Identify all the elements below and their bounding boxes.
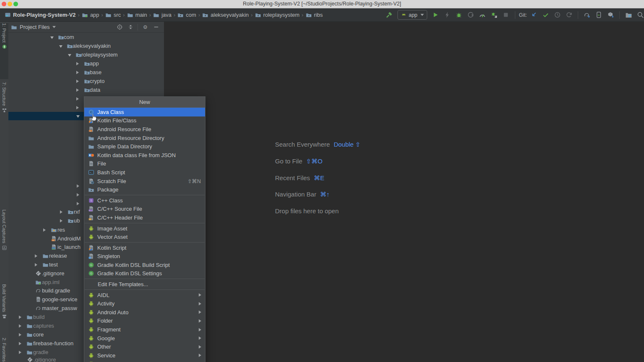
collapse-arrow-icon[interactable] <box>50 36 54 39</box>
menu-item-c-c-source-file[interactable]: C++C/C++ Source File <box>84 205 205 214</box>
lightning-button[interactable] <box>443 11 452 19</box>
menu-item-other[interactable]: Other <box>84 342 205 351</box>
git-commit-button[interactable] <box>541 11 550 19</box>
menu-item-folder[interactable]: Folder <box>84 317 205 326</box>
attach-button[interactable] <box>490 11 499 19</box>
expand-arrow-icon[interactable] <box>76 106 79 109</box>
tool-window-tab-2-favorites[interactable]: 2: Favorites <box>0 338 8 362</box>
chevron-down-icon[interactable] <box>52 26 56 28</box>
expand-arrow-icon[interactable] <box>43 228 46 232</box>
menu-item-vector-asset[interactable]: Vector Asset <box>84 233 205 241</box>
breadcrumb-item-com[interactable]: com <box>176 12 197 18</box>
breadcrumb-item-java[interactable]: java <box>152 12 173 18</box>
menu-item-kotlin-data-class-file-from-json[interactable]: KKotlin data class File from JSON <box>84 151 205 160</box>
menu-item-android-resource-file[interactable]: <>Android Resource File <box>84 125 205 134</box>
expand-arrow-icon[interactable] <box>19 351 21 354</box>
tree-row-data[interactable]: data <box>8 86 164 94</box>
expand-arrow-icon[interactable] <box>76 71 79 74</box>
tree-row-alekseyvalyakin[interactable]: alekseyvalyakin <box>8 42 164 50</box>
tool-window-tab-1-project[interactable]: 1: Project <box>0 23 8 79</box>
expand-arrow-icon[interactable] <box>76 80 79 83</box>
menu-item-shortcut: ⇧⌘N <box>187 178 201 184</box>
tool-window-tab-7-structure[interactable]: 7: Structure <box>0 82 8 129</box>
expand-arrow-icon[interactable] <box>77 184 79 188</box>
tool-window-tab-layout-captures[interactable]: Layout Captures <box>0 209 8 280</box>
menu-item-android-resource-directory[interactable]: Android Resource Directory <box>84 134 205 142</box>
project-structure-button[interactable] <box>624 11 633 19</box>
menu-item-aidl[interactable]: AIDL <box>84 291 205 300</box>
profiler-button[interactable] <box>478 11 487 19</box>
menu-item-sample-data-directory[interactable]: Sample Data Directory <box>84 142 205 151</box>
tree-item-label: gradle <box>33 348 48 357</box>
breadcrumb-item-alekseyvalyakin[interactable]: alekseyvalyakin <box>201 12 250 18</box>
expand-arrow-icon[interactable] <box>19 333 21 336</box>
run-configuration-select[interactable]: app <box>397 10 427 20</box>
menu-item-file[interactable]: File <box>84 160 205 168</box>
breadcrumb-item-main[interactable]: main <box>126 12 148 18</box>
menu-item-ui-component[interactable]: UI Component <box>84 360 205 362</box>
hammer-button[interactable] <box>385 11 393 19</box>
expand-arrow-icon[interactable] <box>60 219 62 222</box>
git-history-button[interactable] <box>553 11 561 19</box>
tree-row-roleplaysystem[interactable]: roleplaysystem <box>8 51 164 59</box>
breadcrumb-item-roleplaysystem[interactable]: roleplaysystem <box>254 12 301 18</box>
menu-item-package[interactable]: Package <box>84 185 205 194</box>
menu-item-gradle-kotlin-dsl-settings[interactable]: GGradle Kotlin DSL Settings <box>84 269 205 278</box>
tree-row-app[interactable]: app <box>8 59 164 68</box>
menu-item-kotlin-script[interactable]: Kotlin Script <box>84 243 205 252</box>
menu-item-service[interactable]: Service <box>84 351 205 360</box>
run-button[interactable] <box>431 11 440 19</box>
gradle-sync-button[interactable] <box>583 11 591 19</box>
expand-arrow-icon[interactable] <box>76 97 79 101</box>
menu-item-fragment[interactable]: Fragment <box>84 325 205 334</box>
git-revert-button[interactable] <box>565 11 573 19</box>
breadcrumb-item-src[interactable]: src <box>104 12 122 18</box>
breadcrumb-item-ribs[interactable]: ribs <box>304 12 324 18</box>
git-update-button[interactable] <box>530 11 538 19</box>
collapse-arrow-icon[interactable] <box>59 45 62 48</box>
tool-window-tab-build-variants[interactable]: Build Variants <box>0 284 8 338</box>
expand-arrow-icon[interactable] <box>76 88 79 92</box>
expand-arrow-icon[interactable] <box>60 210 62 214</box>
menu-item-google[interactable]: Google <box>84 334 205 343</box>
menu-item-android-auto[interactable]: Android Auto <box>84 308 205 317</box>
locate-button[interactable] <box>116 23 123 31</box>
project-view-selector[interactable]: Project Files <box>20 24 50 30</box>
tree-row-com[interactable]: com <box>8 33 164 41</box>
coverage-button[interactable] <box>467 11 475 19</box>
expand-arrow-icon[interactable] <box>19 342 21 345</box>
menu-item-java-class[interactable]: CJava Class <box>84 108 205 116</box>
menu-item-c-class[interactable]: SC++ Class <box>84 196 205 205</box>
breadcrumb-item-Role-Playing-System-V2[interactable]: Role-Playing-System-V2 <box>3 12 77 18</box>
collapse-all-button[interactable] <box>127 23 134 31</box>
menu-item-label: Image Asset <box>97 225 205 232</box>
menu-item-image-asset[interactable]: Image Asset <box>84 224 205 233</box>
menu-item-kotlin-file-class[interactable]: Kotlin File/Class <box>84 116 205 125</box>
expand-arrow-icon[interactable] <box>77 193 79 197</box>
menu-item-c-c-header-file[interactable]: HC/C++ Header File <box>84 213 205 222</box>
menu-item-edit-file-templates-[interactable]: Edit File Templates... <box>84 280 205 289</box>
hide-button[interactable] <box>152 23 160 31</box>
menu-item-gradle-kotlin-dsl-build-script[interactable]: GGradle Kotlin DSL Build Script <box>84 261 205 269</box>
menu-item-singleton[interactable]: JSingleton <box>84 252 205 261</box>
expand-arrow-icon[interactable] <box>19 315 21 319</box>
expand-arrow-icon[interactable] <box>35 254 37 258</box>
expand-arrow-icon[interactable] <box>19 324 21 328</box>
menu-item-activity[interactable]: Activity <box>84 299 205 308</box>
search-button[interactable] <box>636 11 644 19</box>
debug-button[interactable] <box>455 11 463 19</box>
expand-arrow-icon[interactable] <box>77 202 79 205</box>
expand-arrow-icon[interactable] <box>76 62 79 65</box>
menu-item-bash-script[interactable]: >_Bash Script <box>84 168 205 177</box>
expand-arrow-icon[interactable] <box>35 263 37 266</box>
settings-button[interactable]: ⚙ <box>141 23 149 31</box>
avd-manager-button[interactable] <box>606 11 615 19</box>
collapse-arrow-icon[interactable] <box>68 54 71 57</box>
breadcrumb-item-app[interactable]: app <box>80 12 101 18</box>
stop-button[interactable] <box>502 11 510 19</box>
menu-item-scratch-file[interactable]: Scratch File⇧⌘N <box>84 177 205 186</box>
sdk-manager-button[interactable] <box>595 11 603 19</box>
tree-row-crypto[interactable]: crypto <box>8 77 164 85</box>
tree-row-base[interactable]: base <box>8 68 164 77</box>
collapse-arrow-icon[interactable] <box>76 115 80 118</box>
